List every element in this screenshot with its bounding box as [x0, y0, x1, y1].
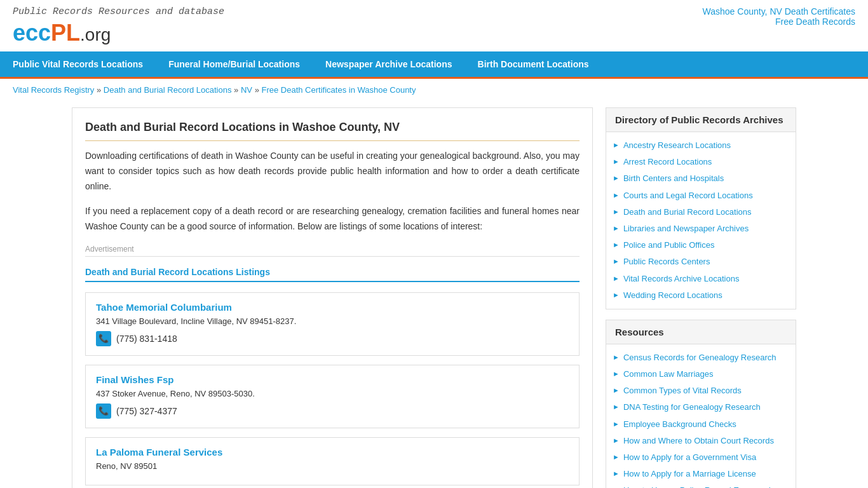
dir-link-0[interactable]: Ancestry Research Locations: [623, 140, 731, 151]
main-nav: Public Vital Records Locations Funeral H…: [0, 51, 868, 77]
res-link-1[interactable]: Common Law Marriages: [623, 369, 714, 380]
res-link-0[interactable]: Census Records for Genealogy Research: [623, 352, 776, 363]
top-right-links: Washoe County, NV Death Certificates Fre…: [703, 6, 855, 27]
intro-para-2: If you need a replacement copy of a deat…: [85, 204, 580, 234]
dir-link-1[interactable]: Arrest Record Locations: [623, 156, 712, 168]
phone-icon-1: 📞: [96, 331, 111, 346]
logo-ecc: ecc: [13, 20, 51, 46]
nav-funeral-home[interactable]: Funeral Home/Burial Locations: [156, 51, 313, 77]
top-bar: Public Records Resources and database ec…: [0, 0, 868, 51]
list-item: ► Common Law Marriages: [613, 366, 789, 383]
sidebar-directory-links: ► Ancestry Research Locations ► Arrest R…: [606, 132, 796, 309]
arrow-icon: ►: [613, 386, 620, 394]
res-link-8[interactable]: How to Have a Police Record Expunged: [623, 485, 771, 488]
arrow-icon: ►: [613, 420, 620, 428]
list-item: ► Libraries and Newspaper Archives: [613, 220, 789, 237]
arrow-icon: ►: [613, 158, 620, 165]
list-item: ► Police and Public Offices: [613, 237, 789, 254]
listing-phone-1: 📞 (775) 831-1418: [96, 331, 569, 346]
arrow-icon: ►: [613, 257, 620, 265]
listing-phone-2: 📞 (775) 327-4377: [96, 403, 569, 419]
listing-address-1: 341 Village Boulevard, Incline Village, …: [96, 316, 569, 326]
logo-pl: PL: [51, 20, 80, 46]
listing-name-2[interactable]: Final Wishes Fsp: [96, 374, 569, 385]
content-wrapper: Death and Burial Record Locations in Was…: [59, 101, 809, 488]
listing-card-2: Final Wishes Fsp 437 Stoker Avenue, Reno…: [85, 365, 580, 428]
dir-link-5[interactable]: Libraries and Newspaper Archives: [623, 223, 749, 234]
list-item: ► How to Apply for a Government Visa: [613, 449, 789, 466]
sidebar-resources-links: ► Census Records for Genealogy Research …: [606, 344, 796, 488]
sidebar-directory-title: Directory of Public Records Archives: [606, 108, 796, 132]
top-link-1[interactable]: Washoe County, NV Death Certificates: [703, 6, 855, 17]
res-link-6[interactable]: How to Apply for a Government Visa: [623, 452, 756, 463]
arrow-icon: ►: [613, 403, 620, 410]
dir-link-7[interactable]: Public Records Centers: [623, 256, 710, 268]
list-item: ► DNA Testing for Genealogy Research: [613, 399, 789, 416]
res-link-2[interactable]: Common Types of Vital Records: [623, 385, 742, 396]
nav-birth-document[interactable]: Birth Document Locations: [465, 51, 602, 77]
res-link-7[interactable]: How to Apply for a Marriage License: [623, 468, 756, 480]
logo: Public Records Resources and database ec…: [13, 6, 224, 46]
list-item: ► Wedding Record Locations: [613, 287, 789, 304]
sidebar-resources-title: Resources: [606, 320, 796, 344]
nav-vital-records[interactable]: Public Vital Records Locations: [0, 51, 156, 77]
arrow-icon: ►: [613, 291, 620, 299]
list-item: ► How to Apply for a Marriage License: [613, 466, 789, 482]
list-item: ► How to Have a Police Record Expunged: [613, 482, 789, 488]
listing-name-3[interactable]: La Paloma Funeral Services: [96, 447, 569, 458]
phone-icon-2: 📞: [96, 403, 111, 419]
dir-link-9[interactable]: Wedding Record Locations: [623, 290, 722, 301]
breadcrumb: Vital Records Registry » Death and Buria…: [0, 79, 868, 101]
list-item: ► Common Types of Vital Records: [613, 383, 789, 399]
dir-link-3[interactable]: Courts and Legal Record Locations: [623, 190, 753, 201]
intro-para-1: Downloading certifications of death in W…: [85, 149, 580, 194]
sidebar-resources: Resources ► Census Records for Genealogy…: [606, 320, 796, 488]
listings-header: Death and Burial Record Locations Listin…: [85, 267, 580, 282]
list-item: ► Census Records for Genealogy Research: [613, 349, 789, 366]
breadcrumb-vital-registry[interactable]: Vital Records Registry: [13, 85, 94, 95]
list-item: ► Public Records Centers: [613, 254, 789, 270]
main-content: Death and Burial Record Locations in Was…: [72, 107, 593, 488]
dir-link-6[interactable]: Police and Public Offices: [623, 240, 715, 251]
logo-org: .org: [80, 25, 111, 44]
logo-mark[interactable]: eccPL.org: [13, 20, 224, 46]
arrow-icon: ►: [613, 453, 620, 461]
arrow-icon: ►: [613, 241, 620, 248]
listing-phone-number-1: (775) 831-1418: [116, 334, 177, 344]
list-item: ► Death and Burial Record Locations: [613, 204, 789, 220]
arrow-icon: ►: [613, 274, 620, 282]
arrow-icon: ►: [613, 437, 620, 444]
sidebar-directory: Directory of Public Records Archives ► A…: [606, 107, 796, 309]
listing-address-3: Reno, NV 89501: [96, 461, 569, 471]
sidebar: Directory of Public Records Archives ► A…: [606, 107, 796, 488]
dir-link-4[interactable]: Death and Burial Record Locations: [623, 207, 752, 218]
nav-newspaper[interactable]: Newspaper Archive Locations: [313, 51, 465, 77]
list-item: ► Arrest Record Locations: [613, 154, 789, 170]
arrow-icon: ►: [613, 370, 620, 377]
listing-address-2: 437 Stoker Avenue, Reno, NV 89503-5030.: [96, 389, 569, 398]
arrow-icon: ►: [613, 224, 620, 232]
listing-phone-number-2: (775) 327-4377: [116, 406, 177, 416]
dir-link-2[interactable]: Birth Centers and Hospitals: [623, 173, 724, 184]
list-item: ► Employee Background Checks: [613, 416, 789, 433]
breadcrumb-free-death[interactable]: Free Death Certificates in Washoe County: [261, 85, 416, 95]
list-item: ► Vital Records Archive Locations: [613, 271, 789, 287]
breadcrumb-death-burial[interactable]: Death and Burial Record Locations: [104, 85, 232, 95]
list-item: ► Birth Centers and Hospitals: [613, 170, 789, 187]
arrow-icon: ►: [613, 353, 620, 361]
list-item: ► Courts and Legal Record Locations: [613, 187, 789, 204]
page-title: Death and Burial Record Locations in Was…: [85, 121, 580, 141]
listing-name-1[interactable]: Tahoe Memorial Columbarium: [96, 302, 569, 313]
arrow-icon: ►: [613, 470, 620, 477]
listing-card-1: Tahoe Memorial Columbarium 341 Village B…: [85, 292, 580, 356]
res-link-5[interactable]: How and Where to Obtain Court Records: [623, 435, 774, 447]
listing-card-3: La Paloma Funeral Services Reno, NV 8950…: [85, 437, 580, 485]
res-link-4[interactable]: Employee Background Checks: [623, 419, 736, 430]
ad-label: Advertisement: [85, 245, 580, 254]
logo-tagline: Public Records Resources and database: [13, 6, 224, 17]
top-link-2[interactable]: Free Death Records: [703, 17, 855, 27]
breadcrumb-nv[interactable]: NV: [241, 85, 252, 95]
dir-link-8[interactable]: Vital Records Archive Locations: [623, 273, 740, 285]
res-link-3[interactable]: DNA Testing for Genealogy Research: [623, 402, 761, 413]
ad-divider: [85, 256, 580, 257]
